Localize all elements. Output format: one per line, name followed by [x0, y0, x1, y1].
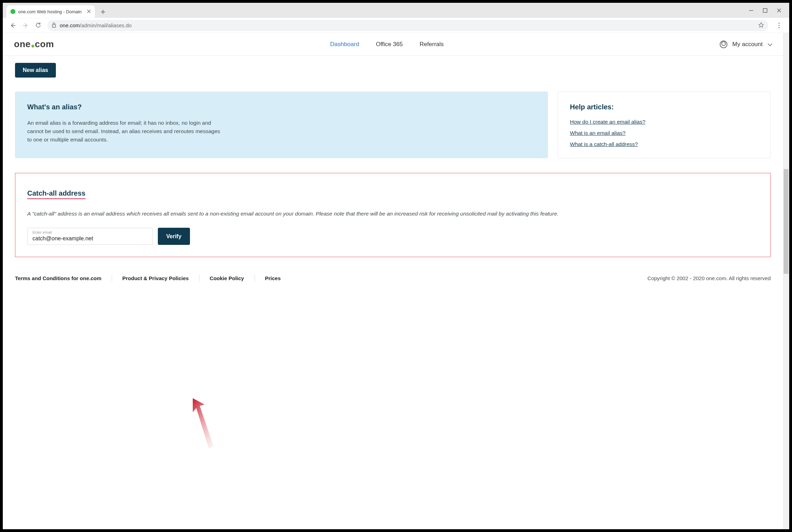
footer-link-policies[interactable]: Product & Privacy Policies — [112, 275, 199, 281]
scrollbar-thumb[interactable] — [784, 169, 789, 274]
nav-referrals[interactable]: Referrals — [420, 41, 444, 48]
svg-rect-0 — [763, 9, 767, 13]
alias-info-title: What's an alias? — [27, 103, 536, 111]
nav-dashboard[interactable]: Dashboard — [330, 41, 359, 48]
site-logo[interactable]: onecom — [14, 39, 54, 50]
account-label: My account — [732, 41, 763, 48]
logo-text-left: one — [14, 39, 31, 50]
account-menu[interactable]: My account — [720, 41, 772, 48]
catch-all-email-input[interactable] — [32, 234, 148, 242]
window-minimize-icon[interactable] — [749, 8, 754, 13]
catch-all-field-label: Enter email — [32, 230, 148, 234]
catch-all-title: Catch-all address — [27, 189, 86, 199]
address-bar[interactable]: one.com/admin/mail/aliases.do — [47, 20, 768, 31]
footer-link-cookie[interactable]: Cookie Policy — [199, 275, 254, 281]
svg-rect-1 — [52, 24, 56, 27]
logo-dot-icon — [31, 45, 34, 48]
scrollbar-track[interactable] — [783, 33, 789, 529]
window-maximize-icon[interactable] — [763, 8, 768, 13]
lock-icon — [52, 22, 56, 29]
close-tab-icon[interactable] — [87, 9, 91, 14]
verify-button[interactable]: Verify — [158, 228, 190, 245]
nav-reload-icon[interactable] — [33, 20, 43, 31]
url-host: one.com — [60, 22, 80, 28]
help-link-catch-all[interactable]: What is a catch-all address? — [570, 141, 758, 147]
site-footer: Terms and Conditions for one.com Product… — [13, 272, 772, 288]
catch-all-section: Catch-all address A "catch-all" address … — [15, 173, 771, 257]
svg-point-2 — [779, 23, 780, 24]
svg-point-3 — [779, 25, 780, 26]
browser-menu-icon[interactable] — [774, 20, 784, 31]
bookmark-star-icon[interactable] — [758, 22, 764, 29]
logo-text-right: com — [35, 39, 54, 50]
tab-favicon — [10, 9, 15, 14]
nav-office365[interactable]: Office 365 — [376, 41, 403, 48]
svg-point-4 — [779, 27, 780, 28]
new-alias-button[interactable]: New alias — [15, 63, 56, 78]
browser-tab[interactable]: one.com Web hosting - Domain — [6, 5, 95, 18]
footer-link-terms[interactable]: Terms and Conditions for one.com — [15, 275, 112, 281]
alias-info-body: An email alias is a forwarding address f… — [27, 119, 223, 144]
help-articles-title: Help articles: — [570, 103, 758, 111]
help-link-create-alias[interactable]: How do I create an email alias? — [570, 119, 758, 125]
catch-all-description: A "catch-all" address is an email addres… — [27, 210, 758, 218]
alias-info-card: What's an alias? An email alias is a for… — [15, 92, 548, 158]
browser-toolbar: one.com/admin/mail/aliases.do — [3, 18, 789, 33]
new-tab-button[interactable] — [97, 6, 109, 18]
browser-titlebar: one.com Web hosting - Domain — [3, 3, 789, 18]
window-close-icon[interactable] — [777, 8, 782, 13]
annotation-cursor-icon — [192, 398, 217, 450]
help-articles-card: Help articles: How do I create an email … — [558, 92, 771, 158]
user-icon — [720, 41, 727, 48]
chevron-down-icon — [768, 41, 772, 48]
url-path: /admin/mail/aliases.do — [80, 22, 132, 28]
main-nav: Dashboard Office 365 Referrals — [330, 41, 443, 48]
catch-all-email-field-wrap[interactable]: Enter email — [27, 228, 153, 245]
tab-title: one.com Web hosting - Domain — [18, 9, 84, 14]
nav-back-icon[interactable] — [8, 20, 18, 31]
footer-link-prices[interactable]: Prices — [255, 275, 291, 281]
footer-copyright: Copyright © 2002 - 2020 one.com. All rig… — [647, 275, 771, 281]
help-link-what-is-alias[interactable]: What is an email alias? — [570, 130, 758, 136]
site-header: onecom Dashboard Office 365 Referrals My… — [3, 33, 783, 56]
nav-forward-icon[interactable] — [20, 20, 31, 31]
